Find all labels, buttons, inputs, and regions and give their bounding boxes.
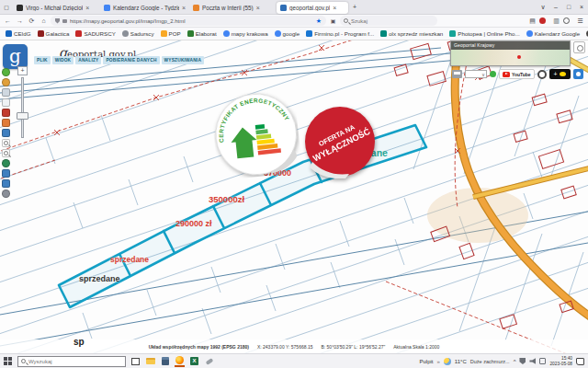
bookmark-item[interactable]: mapy krakowa: [223, 30, 268, 37]
zoom-out-icon[interactable]: [2, 149, 10, 157]
firefox-button[interactable]: [175, 356, 185, 367]
bookmark-item[interactable]: Firmino.pl - Program f...: [306, 30, 374, 37]
bookmark-item[interactable]: Elaborat: [187, 30, 217, 37]
bookmark-item[interactable]: Galactica: [38, 30, 70, 37]
wheel-icon[interactable]: [537, 70, 547, 79]
task-view-button[interactable]: [130, 356, 141, 367]
tab-virgo[interactable]: Virgo - Michał Dzięcioł ×: [13, 2, 100, 14]
network-icon[interactable]: [539, 358, 546, 364]
menu-item-analizy[interactable]: ANALIZY: [75, 56, 101, 64]
maximize-button[interactable]: □: [562, 4, 575, 11]
youtube-button[interactable]: YouTube: [499, 69, 535, 79]
previous-view-icon[interactable]: [2, 169, 10, 178]
back-icon[interactable]: ←: [3, 17, 13, 24]
adblock-icon[interactable]: [539, 17, 549, 24]
close-icon[interactable]: ×: [182, 5, 186, 11]
map-canvas[interactable]: [0, 40, 588, 353]
slider-track[interactable]: [21, 77, 24, 138]
notification-center-icon[interactable]: [576, 358, 584, 365]
close-icon[interactable]: ×: [256, 5, 260, 11]
search-input[interactable]: [351, 18, 424, 24]
bookmark-star-icon[interactable]: ★: [316, 17, 322, 25]
legend-icon[interactable]: [2, 78, 10, 86]
shield-tray-icon[interactable]: [519, 358, 526, 364]
bookmark-favicon: [161, 30, 167, 37]
settings-gear-icon[interactable]: [2, 190, 10, 198]
status-dot-icon: [2, 68, 10, 76]
address-bar[interactable]: https://mapy.geoportal.gov.pl/imap/Imgp_…: [51, 16, 326, 26]
taskbar-search-input[interactable]: [28, 359, 111, 364]
overview-map[interactable]: Geoportal Krajowy: [450, 40, 571, 66]
tray-expand-icon[interactable]: ^: [514, 359, 516, 364]
overview-map-title: Geoportal Krajowy: [451, 41, 570, 50]
pan-icon[interactable]: [2, 179, 10, 188]
export-dropdown[interactable]: ∨: [465, 70, 487, 78]
bookmark-item[interactable]: SADURSCY: [75, 30, 115, 37]
new-tab-button[interactable]: +: [348, 4, 361, 10]
tab-overview-icon[interactable]: ▢: [0, 4, 13, 10]
search-icon: [344, 18, 348, 23]
tab-geoportal-active[interactable]: geoportal.gov.pl ×: [277, 2, 348, 14]
start-button[interactable]: [4, 357, 13, 366]
geoportal-page: g geoportal.gov.pl PLIK WIDOK ANALIZY PO…: [0, 40, 588, 353]
account-icon[interactable]: [563, 17, 573, 24]
clear-icon[interactable]: [2, 109, 10, 117]
excel-button[interactable]: X: [189, 356, 199, 367]
bookmark-favicon: [6, 30, 12, 37]
volume-icon[interactable]: [529, 358, 536, 364]
desktop-overflow-icon[interactable]: »: [437, 359, 440, 364]
camera-icon[interactable]: [573, 69, 583, 79]
slider-handle[interactable]: [17, 112, 28, 120]
tab-calendar[interactable]: Kalendarz Google - Tydzień, w... ×: [100, 2, 189, 14]
menu-item-plik[interactable]: PLIK: [34, 56, 51, 64]
bookmark-item[interactable]: CEIdG: [6, 30, 31, 37]
tab-mail[interactable]: Poczta w Interii (55) ×: [189, 2, 277, 14]
draw-pencil-icon[interactable]: [2, 119, 10, 127]
menu-item-widok[interactable]: WIDOK: [52, 56, 74, 64]
search-bar[interactable]: [340, 16, 437, 26]
zoom-in-icon[interactable]: [2, 139, 10, 147]
reload-icon[interactable]: ⟳: [27, 17, 37, 25]
bookmark-item[interactable]: POP: [161, 30, 181, 37]
window-close-button[interactable]: ×: [575, 4, 588, 11]
lock-icon: [62, 19, 67, 23]
geoportal-logo[interactable]: g: [3, 44, 28, 69]
forward-icon[interactable]: →: [15, 17, 25, 24]
bookmark-favicon: [526, 30, 533, 37]
bookmark-item[interactable]: Kalendarz Google: [526, 30, 581, 37]
bookmark-favicon: [449, 30, 456, 37]
accessibility-contrast-button[interactable]: +: [549, 69, 571, 79]
taskbar-clock[interactable]: 15:40 2023-05-08: [549, 356, 572, 367]
weather-temp[interactable]: 11°C: [455, 359, 467, 364]
menu-icon[interactable]: ☰: [575, 17, 585, 25]
file-explorer-button[interactable]: [145, 356, 155, 367]
weather-desc[interactable]: Duże zachmurz...: [470, 359, 510, 364]
taskbar-search[interactable]: [17, 356, 126, 367]
select-area-icon[interactable]: [2, 98, 10, 107]
sidebar-icon[interactable]: ▥: [551, 17, 561, 25]
bookmark-item[interactable]: Photopea | Online Pho...: [449, 30, 519, 37]
close-icon[interactable]: ×: [333, 5, 336, 11]
desktop-toolbar[interactable]: Pulpit: [420, 359, 434, 364]
library-icon[interactable]: ▤: [527, 17, 537, 25]
minimize-button[interactable]: –: [549, 4, 562, 11]
measure-icon[interactable]: [2, 129, 10, 137]
slider-plus-button[interactable]: +: [17, 66, 28, 75]
list-tabs-icon[interactable]: ∨: [537, 4, 549, 11]
bookmark-item[interactable]: Sadurscy: [122, 30, 154, 37]
globe-icon[interactable]: [2, 159, 10, 167]
print-icon[interactable]: [452, 70, 462, 78]
search-icon: [21, 359, 26, 363]
calculator-button[interactable]: [160, 356, 170, 367]
bookmarks-bar: CEIdG Galactica SADURSCY Sadurscy POP El…: [0, 28, 588, 40]
map-settings-gear-icon[interactable]: [573, 41, 585, 53]
extension-icon[interactable]: ▣: [328, 17, 338, 24]
bookmark-item[interactable]: olx sprzedz mieszkan: [380, 30, 443, 37]
home-icon[interactable]: ⌂: [39, 17, 49, 24]
close-icon[interactable]: ×: [85, 5, 89, 11]
menu-item-wyszukiwania[interactable]: WYSZUKIWANIA: [162, 56, 205, 64]
layers-icon[interactable]: [2, 88, 10, 97]
menu-item-pobieranie[interactable]: POBIERANIE DANYCH: [103, 56, 159, 64]
bookmark-item[interactable]: google: [275, 30, 300, 37]
paint-app-button[interactable]: [204, 356, 214, 367]
